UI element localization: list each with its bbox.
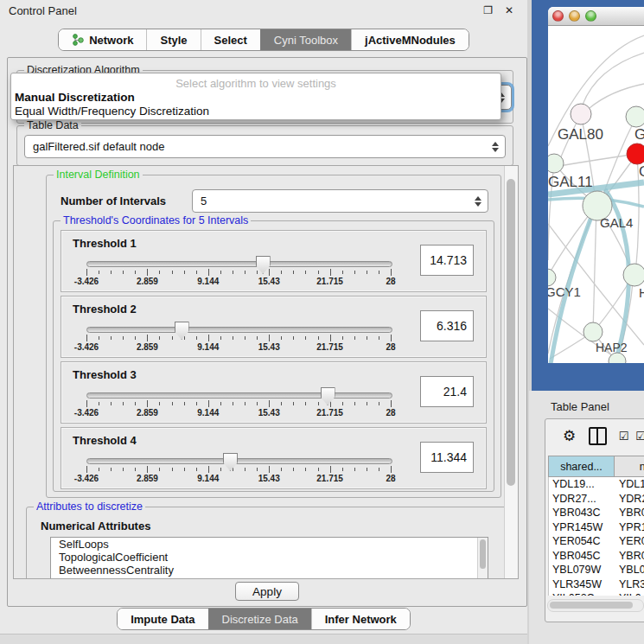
mac-minimize-icon[interactable] xyxy=(569,10,580,22)
tick-label: 21.715 xyxy=(316,474,343,483)
slider-track[interactable] xyxy=(86,327,392,333)
slider-thumb[interactable] xyxy=(321,387,335,405)
tick-mark xyxy=(367,271,367,274)
threshold-slider[interactable]: -3.4262.8599.14415.4321.71528 xyxy=(86,320,391,354)
checkbox-checked-icon[interactable]: ☑ xyxy=(635,430,644,443)
table-horizontal-scrollbar[interactable] xyxy=(547,599,644,612)
threshold-slider[interactable]: -3.4262.8599.14415.4321.71528 xyxy=(86,254,391,289)
attribute-list-item[interactable]: BetweennessCentrality xyxy=(51,564,488,577)
network-graph[interactable]: GAL80GACGAL11GAL4GCY1HHAP2 xyxy=(548,26,644,363)
attribute-list-item[interactable]: SelfLoops xyxy=(51,538,488,551)
panel-title: Control Panel xyxy=(9,4,77,17)
threshold-value-field[interactable]: 14.713 xyxy=(420,245,474,276)
table-row[interactable]: YPR145WYPR1 xyxy=(549,520,644,535)
threshold-box: Threshold 4-3.4262.8599.14415.4321.71528… xyxy=(61,427,487,489)
threshold-value-field[interactable]: 6.316 xyxy=(420,310,474,341)
tab-impute-data[interactable]: Impute Data xyxy=(118,609,207,629)
table-row[interactable]: YDL19...YDL1 xyxy=(549,477,644,492)
tick-label: 2.859 xyxy=(137,474,158,483)
threshold-slider[interactable]: -3.4262.8599.14415.4321.71528 xyxy=(86,386,391,420)
slider-thumb[interactable] xyxy=(223,453,238,471)
interval-definition-title: Interval Definition xyxy=(54,169,143,181)
tick-mark xyxy=(99,271,99,274)
network-node[interactable] xyxy=(583,322,603,341)
threshold-value-field[interactable]: 11.344 xyxy=(420,442,474,473)
tick-mark xyxy=(330,335,331,341)
slider-thumb[interactable] xyxy=(256,256,271,274)
tick-label: 9.144 xyxy=(197,474,219,483)
table-row[interactable]: YIL052CYIL0 xyxy=(549,591,644,596)
tick-label: 9.144 xyxy=(197,277,219,286)
tab-select[interactable]: Select xyxy=(201,29,260,50)
tick-label: 2.859 xyxy=(137,408,158,418)
table-row[interactable]: YBR043CYBR0 xyxy=(549,506,644,520)
numerical-attributes-list[interactable]: SelfLoopsTopologicalCoefficientBetweenne… xyxy=(50,537,488,579)
tick-mark xyxy=(220,402,221,405)
table-column-header[interactable]: n... xyxy=(615,456,644,477)
tick-mark xyxy=(281,468,282,471)
table-row[interactable]: YBR045CYBR0 xyxy=(549,549,644,564)
table-panel-section: Table Panel ⚙ ☑ ☑ shared...n... YDL19...… xyxy=(529,391,644,644)
tab-infer-network[interactable]: Infer Network xyxy=(311,609,410,629)
network-edge[interactable] xyxy=(583,53,644,105)
slider-track[interactable] xyxy=(86,392,392,399)
network-node[interactable] xyxy=(571,104,591,124)
apply-button[interactable]: Apply xyxy=(235,582,299,601)
number-of-intervals-select[interactable]: 5 xyxy=(192,189,488,213)
network-canvas[interactable]: GAL80GACGAL11GAL4GCY1HHAP2 xyxy=(548,26,644,363)
content-panel: Discretization Algorithm Table Data galF… xyxy=(7,57,527,607)
network-node[interactable] xyxy=(548,154,564,173)
checkbox-checked-icon[interactable]: ☑ xyxy=(619,430,629,443)
gear-icon[interactable]: ⚙ xyxy=(563,427,576,445)
list-scrollbar-thumb[interactable] xyxy=(480,539,486,569)
thresholds-group: Threshold's Coordinates for 5 Intervals … xyxy=(53,220,494,492)
slider-track[interactable] xyxy=(86,261,392,267)
tab-style[interactable]: Style xyxy=(146,29,200,50)
network-node[interactable] xyxy=(548,269,556,286)
spinner-arrows-icon xyxy=(492,142,499,152)
table-row[interactable]: YLR345WYLR3 xyxy=(549,577,644,592)
table-row[interactable]: YDR27...YDR2 xyxy=(549,492,644,507)
table-cell: YBL0 xyxy=(615,563,644,577)
tab-cyni-toolbox[interactable]: Cyni Toolbox xyxy=(260,29,351,50)
network-node[interactable] xyxy=(626,106,644,127)
tab-network[interactable]: Network xyxy=(59,29,146,50)
table-row[interactable]: YBL079WYBL0 xyxy=(549,563,644,577)
tick-mark xyxy=(159,468,160,471)
algorithm-option-equal-width[interactable]: Equal Width/Frequency Discretization xyxy=(14,105,498,118)
tick-mark xyxy=(123,336,124,340)
threshold-slider[interactable]: -3.4262.8599.14415.4321.71528 xyxy=(86,451,391,486)
attribute-list-item[interactable]: TopologicalCoefficient xyxy=(51,551,488,564)
slider-thumb[interactable] xyxy=(175,322,189,340)
table-data-select[interactable]: galFiltered.sif default node xyxy=(24,135,506,158)
table-hscrollbar-thumb[interactable] xyxy=(550,602,633,609)
tab-jactivemnodules[interactable]: jActiveMNodules xyxy=(351,29,469,50)
tab-discretize-data[interactable]: Discretize Data xyxy=(208,609,311,629)
list-scrollbar[interactable] xyxy=(477,538,488,579)
network-node-label: HAP2 xyxy=(596,341,628,354)
table-column-header[interactable]: shared... xyxy=(548,456,615,477)
slider-track[interactable] xyxy=(86,458,392,464)
split-pane-icon[interactable] xyxy=(589,427,606,445)
close-icon[interactable]: ✕ xyxy=(505,4,513,16)
main-scrollbar-thumb[interactable] xyxy=(507,179,515,486)
main-scrollbar[interactable] xyxy=(504,166,518,578)
tab-label: Select xyxy=(214,34,247,47)
network-edge[interactable] xyxy=(593,206,596,332)
network-edge[interactable] xyxy=(590,84,644,108)
algorithm-option-manual[interactable]: Manual Discretization xyxy=(14,91,498,105)
network-node[interactable] xyxy=(623,264,644,286)
table-row[interactable]: YER054CYER0 xyxy=(549,534,644,549)
table-cell: YBR0 xyxy=(615,506,644,520)
tick-mark xyxy=(159,336,160,340)
table-header-row: shared...n... xyxy=(548,456,644,477)
mac-zoom-icon[interactable] xyxy=(585,10,596,22)
threshold-value-field[interactable]: 21.4 xyxy=(420,376,474,407)
mac-close-icon[interactable] xyxy=(552,10,564,22)
network-node[interactable] xyxy=(627,143,644,164)
network-view-frame[interactable]: GAL80GACGAL11GAL4GCY1HHAP2 xyxy=(532,0,644,391)
network-edge[interactable] xyxy=(559,154,637,166)
node-table: shared...n... YDL19...YDL1YDR27...YDR2YB… xyxy=(548,456,644,596)
tick-mark xyxy=(172,402,173,405)
float-window-icon[interactable]: ❐ xyxy=(483,4,493,16)
